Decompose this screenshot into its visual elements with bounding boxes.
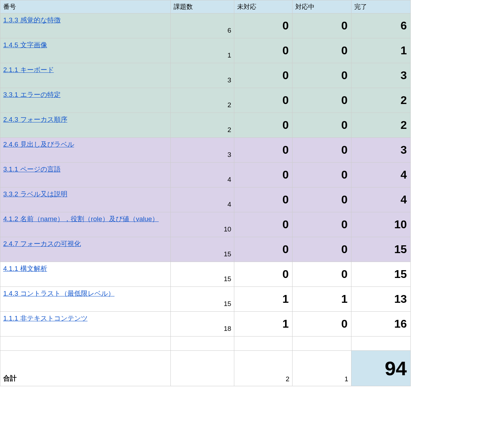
issues-cell: 15 <box>170 287 234 312</box>
table-row: 1.4.5 文字画像1001 <box>0 38 411 63</box>
criterion-link[interactable]: 1.4.5 文字画像 <box>3 41 47 49</box>
inprog-cell: 0 <box>293 88 351 113</box>
criterion-cell: 1.3.3 感覚的な特徴 <box>0 13 171 38</box>
done-cell: 6 <box>351 13 411 38</box>
inprog-cell: 0 <box>293 312 351 337</box>
issues-cell: 3 <box>170 63 234 88</box>
criterion-link[interactable]: 3.1.1 ページの言語 <box>3 165 61 173</box>
header-done: 完了 <box>351 0 411 13</box>
done-cell: 15 <box>351 262 411 287</box>
table-row: 3.3.1 エラーの特定2002 <box>0 88 411 113</box>
header-issues: 課題数 <box>170 0 234 13</box>
table-row: 2.4.6 見出し及びラベル3003 <box>0 138 411 163</box>
open-cell: 0 <box>234 113 293 138</box>
criterion-cell: 2.4.7 フォーカスの可視化 <box>0 237 171 262</box>
total-label: 合計 <box>0 351 171 386</box>
criterion-cell: 3.3.2 ラベル又は説明 <box>0 187 171 212</box>
issues-cell: 2 <box>170 113 234 138</box>
open-cell: 0 <box>234 163 293 187</box>
done-cell: 4 <box>351 163 411 187</box>
header-inprog: 対応中 <box>293 0 351 13</box>
criterion-link[interactable]: 4.1.2 名前（name），役割（role）及び値（value） <box>3 215 159 223</box>
total-inprog: 1 <box>293 351 351 386</box>
spacer-row <box>0 337 411 351</box>
issues-cell: 3 <box>170 138 234 163</box>
issues-cell: 15 <box>170 262 234 287</box>
criterion-link[interactable]: 1.4.3 コントラスト（最低限レベル） <box>3 290 115 297</box>
open-cell: 0 <box>234 88 293 113</box>
criterion-cell: 2.4.3 フォーカス順序 <box>0 113 171 138</box>
table-row: 4.1.2 名前（name），役割（role）及び値（value）100010 <box>0 212 411 237</box>
criterion-cell: 3.1.1 ページの言語 <box>0 163 171 187</box>
inprog-cell: 0 <box>293 262 351 287</box>
open-cell: 0 <box>234 237 293 262</box>
table-row: 4.1.1 構文解析150015 <box>0 262 411 287</box>
criterion-link[interactable]: 1.1.1 非テキストコンテンツ <box>3 315 88 322</box>
criterion-cell: 2.1.1 キーボード <box>0 63 171 88</box>
wcag-status-table: 番号 課題数 未対応 対応中 完了 1.3.3 感覚的な特徴60061.4.5 … <box>0 0 411 386</box>
header-open: 未対応 <box>234 0 293 13</box>
table-row: 3.3.2 ラベル又は説明4004 <box>0 187 411 212</box>
inprog-cell: 0 <box>293 113 351 138</box>
done-cell: 1 <box>351 38 411 63</box>
open-cell: 1 <box>234 312 293 337</box>
total-issues <box>170 351 234 386</box>
inprog-cell: 0 <box>293 212 351 237</box>
inprog-cell: 0 <box>293 187 351 212</box>
criterion-link[interactable]: 2.1.1 キーボード <box>3 66 54 73</box>
open-cell: 0 <box>234 212 293 237</box>
open-cell: 0 <box>234 262 293 287</box>
issues-cell: 18 <box>170 312 234 337</box>
done-cell: 16 <box>351 312 411 337</box>
table-row: 1.1.1 非テキストコンテンツ181016 <box>0 312 411 337</box>
criterion-link[interactable]: 4.1.1 構文解析 <box>3 265 47 272</box>
criterion-cell: 1.4.5 文字画像 <box>0 38 171 63</box>
table-row: 2.4.3 フォーカス順序2002 <box>0 113 411 138</box>
issues-cell: 1 <box>170 38 234 63</box>
done-cell: 3 <box>351 63 411 88</box>
total-row: 合計 2 1 94 <box>0 351 411 386</box>
criterion-cell: 2.4.6 見出し及びラベル <box>0 138 171 163</box>
criterion-link[interactable]: 1.3.3 感覚的な特徴 <box>3 16 61 24</box>
issues-cell: 15 <box>170 237 234 262</box>
total-done: 94 <box>351 351 411 386</box>
criterion-cell: 4.1.2 名前（name），役割（role）及び値（value） <box>0 212 171 237</box>
issues-cell: 6 <box>170 13 234 38</box>
done-cell: 10 <box>351 212 411 237</box>
done-cell: 13 <box>351 287 411 312</box>
open-cell: 0 <box>234 138 293 163</box>
issues-cell: 4 <box>170 163 234 187</box>
inprog-cell: 0 <box>293 163 351 187</box>
done-cell: 15 <box>351 237 411 262</box>
inprog-cell: 1 <box>293 287 351 312</box>
open-cell: 0 <box>234 63 293 88</box>
total-open: 2 <box>234 351 293 386</box>
issues-cell: 4 <box>170 187 234 212</box>
criterion-cell: 3.3.1 エラーの特定 <box>0 88 171 113</box>
table-row: 2.1.1 キーボード3003 <box>0 63 411 88</box>
header-number: 番号 <box>0 0 171 13</box>
criterion-link[interactable]: 3.3.2 ラベル又は説明 <box>3 190 67 198</box>
inprog-cell: 0 <box>293 237 351 262</box>
criterion-link[interactable]: 2.4.7 フォーカスの可視化 <box>3 240 81 247</box>
open-cell: 0 <box>234 13 293 38</box>
criterion-cell: 4.1.1 構文解析 <box>0 262 171 287</box>
table-row: 1.4.3 コントラスト（最低限レベル）151113 <box>0 287 411 312</box>
criterion-cell: 1.4.3 コントラスト（最低限レベル） <box>0 287 171 312</box>
inprog-cell: 0 <box>293 138 351 163</box>
table-row: 3.1.1 ページの言語4004 <box>0 163 411 187</box>
open-cell: 0 <box>234 187 293 212</box>
done-cell: 4 <box>351 187 411 212</box>
done-cell: 2 <box>351 113 411 138</box>
criterion-link[interactable]: 2.4.3 フォーカス順序 <box>3 116 67 123</box>
done-cell: 2 <box>351 88 411 113</box>
table-header-row: 番号 課題数 未対応 対応中 完了 <box>0 0 411 13</box>
issues-cell: 10 <box>170 212 234 237</box>
issues-cell: 2 <box>170 88 234 113</box>
inprog-cell: 0 <box>293 63 351 88</box>
open-cell: 1 <box>234 287 293 312</box>
open-cell: 0 <box>234 38 293 63</box>
criterion-link[interactable]: 2.4.6 見出し及びラベル <box>3 141 74 148</box>
criterion-link[interactable]: 3.3.1 エラーの特定 <box>3 91 61 98</box>
inprog-cell: 0 <box>293 13 351 38</box>
